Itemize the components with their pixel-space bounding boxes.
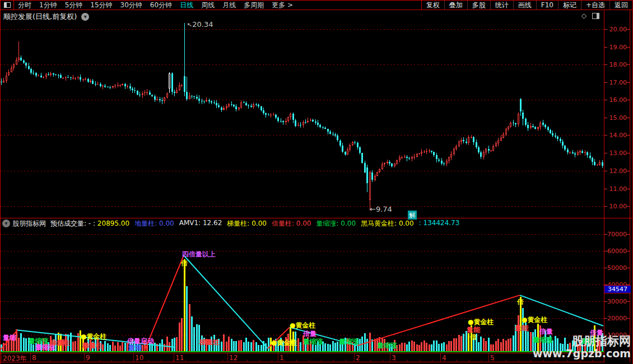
- candlestick: [216, 103, 217, 105]
- candlestick: [43, 77, 44, 78]
- candlestick: [510, 123, 511, 127]
- timeframe-item-0[interactable]: 分时: [14, 1, 35, 10]
- app-window: 分时1分钟5分钟15分钟30分钟60分钟日线周线月线多周期更多 > 复权叠加多股…: [0, 0, 633, 364]
- action-item-6[interactable]: 标记: [558, 1, 581, 10]
- timeframe-item-1[interactable]: 1分钟: [35, 1, 61, 10]
- candlestick: [332, 134, 334, 134]
- signal-label-23: 倍量: [539, 328, 553, 335]
- candlestick: [243, 102, 245, 103]
- candlestick: [233, 105, 235, 106]
- timeframe-item-8[interactable]: 月线: [218, 1, 240, 10]
- action-item-8[interactable]: 返回: [610, 1, 632, 10]
- candlestick: [329, 132, 331, 134]
- candlestick: [552, 133, 553, 136]
- candlestick: [166, 94, 168, 97]
- candlestick: [448, 157, 450, 160]
- candlestick: [263, 110, 264, 113]
- timeframe-item-9[interactable]: 多周期: [240, 1, 268, 10]
- candlestick: [433, 152, 435, 155]
- split-window-icon[interactable]: [592, 13, 599, 19]
- candlestick: [488, 149, 490, 151]
- candlestick: [65, 77, 67, 78]
- candlestick: [53, 73, 54, 74]
- candlestick: [597, 165, 598, 165]
- candlestick: [492, 146, 494, 151]
- candlestick: [80, 77, 81, 79]
- candlestick: [307, 121, 309, 123]
- indicator-header[interactable]: ▾ 股朋指标网 预估成交量: - : 20895.00地量柱: 0.00AMV1…: [1, 218, 604, 228]
- action-item-2[interactable]: 多股: [468, 1, 491, 10]
- timeframe-item-5[interactable]: 60分钟: [146, 1, 176, 10]
- candlestick: [95, 84, 96, 85]
- candlestick: [184, 76, 185, 92]
- candlestick: [206, 100, 207, 101]
- candlestick: [497, 141, 499, 143]
- volume-axis-label-2: 50000: [607, 264, 627, 272]
- candlestick: [6, 76, 7, 81]
- price-axis-label-2: 18.00: [609, 61, 627, 68]
- candlestick: [361, 153, 363, 163]
- candlestick: [557, 137, 558, 138]
- candlestick: [520, 99, 522, 111]
- candlestick: [270, 115, 272, 115]
- candlestick: [406, 157, 408, 158]
- action-item-5[interactable]: F10: [537, 1, 558, 9]
- candlestick: [146, 92, 148, 93]
- candlestick: [300, 125, 301, 125]
- candlestick: [349, 145, 351, 150]
- price-chart-panel[interactable]: [1, 22, 604, 218]
- action-item-0[interactable]: 复权: [422, 1, 445, 10]
- candlestick: [438, 160, 440, 161]
- timeframe-item-10[interactable]: 更多 >: [268, 1, 297, 10]
- diamond-icon[interactable]: ◇: [581, 12, 587, 20]
- candlestick: [342, 146, 343, 152]
- action-item-1[interactable]: 叠加: [445, 1, 468, 10]
- candlestick: [530, 126, 532, 128]
- candlestick: [453, 149, 455, 154]
- action-item-3[interactable]: 统计: [491, 1, 514, 10]
- candlestick: [268, 115, 269, 115]
- right-axis: 34547 20.0019.0018.0017.0016.0015.0014.0…: [604, 10, 630, 362]
- candlestick: [408, 158, 410, 158]
- candlestick: [277, 118, 279, 121]
- candlestick: [389, 162, 390, 164]
- candlestick: [455, 146, 457, 149]
- candlestick: [354, 142, 356, 143]
- candlestick: [181, 85, 183, 86]
- candlestick: [25, 63, 27, 66]
- layout-icon-button[interactable]: [1, 1, 14, 10]
- action-item-7[interactable]: +自选: [581, 1, 610, 10]
- chevron-down-icon[interactable]: ▾: [81, 13, 89, 21]
- candlestick: [282, 121, 284, 122]
- timeframe-item-7[interactable]: 周线: [197, 1, 218, 10]
- candlestick: [258, 105, 259, 107]
- action-item-4[interactable]: 画线: [514, 1, 537, 10]
- candlestick: [384, 163, 385, 164]
- indicator-chevron-icon[interactable]: ▾: [2, 220, 10, 227]
- candlestick: [203, 101, 205, 101]
- candlestick: [45, 74, 47, 77]
- date-axis-label-1: 8: [32, 354, 36, 362]
- timeframe-item-2[interactable]: 5分钟: [61, 1, 87, 10]
- candlestick: [495, 143, 497, 146]
- candlestick: [423, 152, 425, 152]
- candlestick: [154, 96, 156, 100]
- signal-label-6: ●黄金柱: [81, 333, 106, 340]
- candlestick: [567, 150, 569, 152]
- candlestick: [8, 72, 10, 76]
- timeframe-item-6[interactable]: 日线: [176, 1, 197, 10]
- timeframe-item-4[interactable]: 30分钟: [117, 1, 146, 10]
- date-axis-label-5: 12: [229, 354, 238, 362]
- signal-label-18: 量能: [467, 326, 480, 333]
- date-axis-label-6: 1: [280, 354, 284, 362]
- candlestick: [369, 172, 371, 200]
- candlestick: [473, 137, 474, 142]
- candlestick: [399, 157, 401, 160]
- candlestick: [441, 161, 443, 164]
- timeframe-item-3[interactable]: 15分钟: [86, 1, 116, 10]
- candlestick: [186, 92, 188, 99]
- candlestick: [112, 86, 114, 87]
- candlestick: [50, 73, 52, 75]
- price-axis-label-5: 15.00: [609, 114, 627, 122]
- date-axis-label-2: 9: [86, 354, 90, 362]
